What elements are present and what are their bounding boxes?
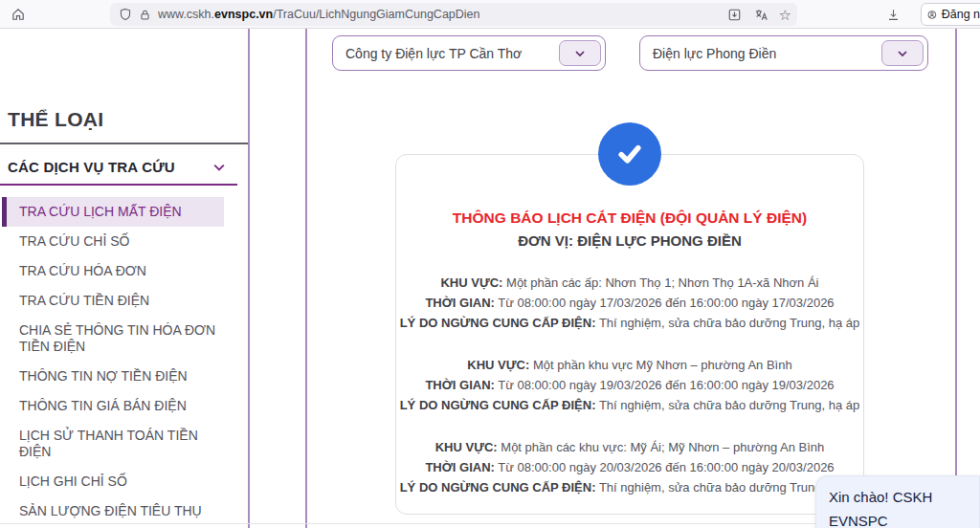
notice-reason-line: LÝ DO NGỪNG CUNG CẤP ĐIỆN: Thí nghiệm, s… [396, 477, 863, 497]
sidebar-item[interactable]: LỊCH SỬ THANH TOÁN TIỀN ĐIỆN [8, 421, 230, 467]
notice-time-line: THỜI GIAN: Từ 08:00:00 ngày 20/03/2026 đ… [396, 457, 863, 477]
notice-area-line: KHU VỰC: Một phần các ấp: Nhơn Thọ 1; Nh… [396, 273, 863, 293]
company-dropdown-value: Công ty Điện lực TP Cần Thơ [345, 46, 522, 61]
shield-icon[interactable] [116, 5, 135, 24]
chevron-down-icon [212, 160, 227, 175]
url-bar[interactable]: www.cskh.evnspc.vn/TraCuu/LichNgungGiamC… [110, 3, 797, 26]
sidebar-item[interactable]: TRA CỨU CHỈ SỐ [8, 227, 230, 256]
content-right-border [955, 29, 957, 528]
sidebar-section-label: CÁC DỊCH VỤ TRA CỨU [8, 159, 175, 175]
bookmark-star-icon[interactable]: ☆ [779, 8, 791, 22]
content-left-border [305, 29, 307, 528]
notice-time-line: THỜI GIAN: Từ 08:00:00 ngày 19/03/2026 đ… [396, 375, 863, 395]
sidebar-title-divider [0, 143, 248, 144]
notice-area-line: KHU VỰC: Một phần khu vực Mỹ Nhơn – phườ… [396, 355, 863, 375]
sidebar-title: THỂ LOẠI [8, 108, 240, 131]
outage-notice: KHU VỰC: Một phần các khu vực: Mỹ Ái; Mỹ… [396, 437, 863, 497]
downloads-icon[interactable] [882, 4, 903, 25]
outage-result-card: THÔNG BÁO LỊCH CẮT ĐIỆN (ĐỘI QUẢN LÝ ĐIỆ… [395, 154, 864, 515]
company-dropdown[interactable]: Công ty Điện lực TP Cần Thơ [332, 35, 606, 71]
sidebar-section-underline [0, 184, 237, 186]
success-check-icon [598, 122, 661, 186]
outage-notice-list: KHU VỰC: Một phần các ấp: Nhơn Thọ 1; Nh… [396, 273, 863, 497]
chat-line-1: Xin chào! CSKH EVNSPC [829, 485, 979, 528]
sidebar-item[interactable]: TRA CỨU HÓA ĐƠN [8, 256, 230, 286]
sidebar-item[interactable]: CHIA SẺ THÔNG TIN HÓA ĐƠN TIỀN ĐIỆN [8, 316, 230, 362]
sidebar-item[interactable]: LỊCH GHI CHỈ SỐ [8, 467, 230, 496]
notice-reason-line: LÝ DO NGỪNG CUNG CẤP ĐIỆN: Thí nghiệm, s… [396, 395, 863, 415]
sidebar-menu: TRA CỨU LỊCH MẤT ĐIỆNTRA CỨU CHỈ SỐTRA C… [8, 197, 240, 526]
outage-notice: KHU VỰC: Một phần các ấp: Nhơn Thọ 1; Nh… [396, 273, 863, 333]
chevron-down-icon[interactable] [559, 40, 601, 66]
browser-window: www.cskh.evnspc.vn/TraCuu/LichNgungGiamC… [0, 0, 980, 528]
sidebar-item[interactable]: TRA CỨU LỊCH MẤT ĐIỆN [2, 197, 224, 227]
login-label: Đăng nh [942, 8, 980, 21]
unit-dropdown-value: Điện lực Phong Điền [653, 46, 776, 61]
home-icon[interactable] [8, 4, 29, 25]
sidebar-divider [248, 29, 250, 528]
sidebar-item[interactable]: SẢN LƯỢNG ĐIỆN TIÊU THỤ [8, 496, 230, 526]
chevron-down-icon[interactable] [881, 40, 924, 66]
sidebar-item[interactable]: THÔNG TIN GIÁ BÁN ĐIỆN [8, 391, 230, 421]
notice-area-line: KHU VỰC: Một phần các khu vực: Mỹ Ái; Mỹ… [396, 437, 863, 457]
outage-notice: KHU VỰC: Một phần khu vực Mỹ Nhơn – phườ… [396, 355, 863, 415]
sidebar-item[interactable]: TRA CỨU TIỀN ĐIỆN [8, 286, 230, 316]
outage-title: THÔNG BÁO LỊCH CẮT ĐIỆN (ĐỘI QUẢN LÝ ĐIỆ… [396, 209, 863, 228]
browser-toolbar: www.cskh.evnspc.vn/TraCuu/LichNgungGiamC… [0, 0, 980, 29]
notice-reason-line: LÝ DO NGỪNG CUNG CẤP ĐIỆN: Thí nghiệm, s… [396, 313, 863, 333]
sidebar-section-toggle[interactable]: CÁC DỊCH VỤ TRA CỨU [8, 159, 240, 175]
sidebar: THỂ LOẠI CÁC DỊCH VỤ TRA CỨU TRA CỨU LỊC… [0, 29, 248, 528]
unit-dropdown[interactable]: Điện lực Phong Điền [639, 35, 928, 71]
chat-greeting-bubble[interactable]: Xin chào! CSKH EVNSPC có thể giúp gì cho… [815, 475, 980, 528]
outage-unit-subtitle: ĐƠN VỊ: ĐIỆN LỰC PHONG ĐIỀN [396, 232, 863, 249]
page-content: THỂ LOẠI CÁC DỊCH VỤ TRA CỨU TRA CỨU LỊC… [0, 29, 980, 528]
translate-icon[interactable] [752, 5, 771, 24]
lock-icon[interactable] [135, 5, 154, 24]
account-login-button[interactable]: Đăng nh [921, 3, 980, 26]
save-page-icon[interactable] [725, 5, 745, 24]
sidebar-item[interactable]: THÔNG TIN NỢ TIỀN ĐIỆN [8, 362, 230, 391]
url-text: www.cskh.evnspc.vn/TraCuu/LichNgungGiamC… [158, 8, 725, 21]
notice-time-line: THỜI GIAN: Từ 08:00:00 ngày 17/03/2026 đ… [396, 293, 863, 313]
account-icon [927, 8, 937, 22]
